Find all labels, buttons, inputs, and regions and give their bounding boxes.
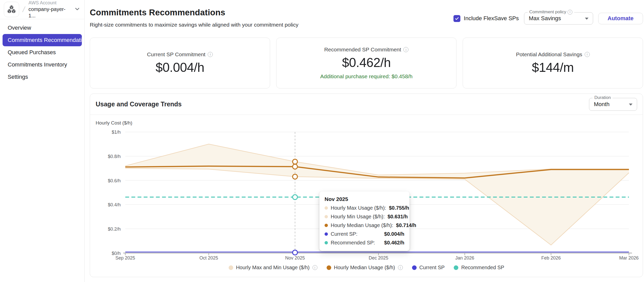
legend-item-current-sp[interactable]: Current SP: [412, 265, 445, 270]
legend-item-median-usage[interactable]: Hourly Median Usage ($/h) i: [327, 265, 403, 270]
chevron-down-icon[interactable]: [74, 5, 81, 14]
y-tick-labels: $0/h$0.2/h$0.4/h$0.6/h$0.8/h$1/h: [108, 130, 121, 256]
series-dot: [325, 232, 328, 236]
account-info: AWS Account company-payer-1...: [28, 0, 71, 19]
aws-organizations-icon: [4, 2, 19, 17]
y-tick-label: $1/h: [112, 130, 121, 135]
x-tick-label: Dec 2025: [369, 255, 388, 261]
card-recommended-sp-commitment: Recommended SP Commitment i $0.462/h Add…: [276, 38, 457, 88]
card-value: $144/m: [532, 60, 574, 75]
marker-max: [293, 159, 297, 164]
page-title: Commitments Recommendations: [90, 8, 298, 17]
account-name: company-payer-1...: [28, 6, 71, 19]
duration-label: Duration: [593, 95, 613, 100]
tooltip-row: Hourly Max Usage ($/h): $0.755/h: [325, 205, 404, 211]
marker-min: [293, 174, 297, 179]
legend-dot: [454, 265, 458, 270]
duration-select[interactable]: Duration Month: [589, 98, 637, 111]
chart-tooltip: Nov 2025 Hourly Max Usage ($/h): $0.755/…: [319, 191, 409, 251]
tooltip-row: Recommended SP: $0.462/h: [325, 240, 404, 246]
page-header: Commitments Recommendations Right-size c…: [90, 4, 643, 28]
tooltip-title: Nov 2025: [325, 196, 404, 202]
breadcrumb-separator: /: [21, 5, 26, 14]
usage-coverage-trends-card: Usage and Coverage Trends Duration Month…: [90, 94, 643, 277]
card-value: $0.462/h: [342, 55, 391, 70]
x-tick-label: Sep 2025: [115, 255, 135, 261]
info-icon[interactable]: i: [585, 52, 590, 57]
series-dot: [325, 206, 328, 210]
page-subtitle: Right-size commitments to maximize savin…: [90, 22, 298, 28]
commitment-policy-select[interactable]: Commitment policy i Max Savings: [524, 12, 593, 25]
card-label: Potential Additional Savings i: [516, 51, 590, 58]
info-icon[interactable]: i: [398, 265, 403, 270]
series-dot: [325, 241, 328, 244]
account-type-label: AWS Account: [28, 0, 71, 6]
x-tick-labels: Sep 2025Oct 2025Nov 2025Dec 2025Jan 2026…: [115, 255, 639, 261]
marker-recommended-sp: [293, 195, 297, 199]
header-controls: Include FlexSave SPs Commitment policy i…: [453, 12, 643, 25]
x-tick-label: Jan 2026: [455, 255, 474, 261]
card-note: Additional purchase required: $0.458/h: [320, 73, 413, 80]
x-tick-label: Mar 2026: [619, 255, 639, 261]
chart-card-header: Usage and Coverage Trends Duration Month: [90, 94, 643, 115]
include-flexsave-label: Include FlexSave SPs: [464, 15, 519, 22]
page-header-text: Commitments Recommendations Right-size c…: [90, 4, 298, 28]
info-icon[interactable]: i: [403, 47, 408, 52]
y-axis-title: Hourly Cost ($/h): [96, 120, 132, 126]
sidebar-item-settings[interactable]: Settings: [3, 71, 82, 83]
automate-button[interactable]: Automate: [598, 13, 643, 24]
legend-dot: [412, 265, 417, 270]
sidebar-item-queued-purchases[interactable]: Queued Purchases: [3, 46, 82, 59]
legend-dot: [327, 265, 331, 270]
account-selector[interactable]: / AWS Account company-payer-1...: [0, 0, 84, 19]
series-dot: [325, 215, 328, 218]
card-current-sp-commitment: Current SP Commitment i $0.004/h: [90, 38, 270, 88]
tooltip-row: Hourly Min Usage ($/h): $0.631/h: [325, 214, 404, 220]
stat-cards-row: Current SP Commitment i $0.004/h Recomme…: [90, 38, 643, 88]
x-tick-label: Feb 2026: [541, 255, 561, 261]
dropdown-caret-icon: [629, 104, 632, 106]
info-icon[interactable]: i: [313, 265, 317, 270]
sidebar-item-commitments-recommendations[interactable]: Commitments Recommendati...: [3, 34, 82, 46]
commitment-policy-label: Commitment policy i: [528, 9, 574, 15]
y-tick-label: $0.2/h: [108, 227, 121, 232]
card-potential-additional-savings: Potential Additional Savings i $144/m: [463, 38, 643, 88]
x-tick-label: Oct 2025: [199, 255, 218, 261]
series-dot: [325, 224, 328, 227]
chart-title: Usage and Coverage Trends: [96, 100, 182, 108]
app-root: / AWS Account company-payer-1... Overvie…: [0, 0, 644, 282]
legend-item-recommended-sp[interactable]: Recommended SP: [454, 265, 504, 270]
include-flexsave-checkbox-wrap[interactable]: Include FlexSave SPs: [453, 15, 519, 22]
tooltip-row: Current SP: $0.004/h: [325, 231, 404, 237]
card-label: Recommended SP Commitment i: [324, 47, 409, 53]
y-tick-label: $0.8/h: [108, 154, 121, 159]
y-tick-label: $0.4/h: [108, 202, 121, 207]
sidebar-item-overview[interactable]: Overview: [3, 22, 82, 34]
marker-current-sp: [293, 250, 297, 255]
info-icon[interactable]: i: [208, 52, 213, 57]
sidebar-nav: Overview Commitments Recommendati... Que…: [0, 19, 84, 83]
card-label: Current SP Commitment i: [147, 51, 213, 58]
include-flexsave-checkbox[interactable]: [453, 15, 460, 22]
legend-item-max-min-usage[interactable]: Hourly Max and Min Usage ($/h) i: [229, 265, 317, 270]
sidebar-item-commitments-inventory[interactable]: Commitments Inventory: [3, 59, 82, 71]
chart-body: Hourly Cost ($/h) $0/h$0.2/h$0.4/h$0.6/h…: [90, 115, 643, 270]
x-axis: [123, 252, 632, 255]
chart-legend: Hourly Max and Min Usage ($/h) i Hourly …: [90, 265, 643, 270]
card-value: $0.004/h: [156, 60, 204, 75]
x-tick-label: Nov 2025: [285, 255, 305, 261]
sidebar: / AWS Account company-payer-1... Overvie…: [0, 0, 85, 282]
tooltip-row: Hourly Median Usage ($/h): $0.714/h: [325, 222, 404, 228]
y-tick-label: $0.6/h: [108, 178, 121, 183]
legend-dot: [229, 265, 233, 270]
duration-value: Month: [594, 101, 609, 108]
dropdown-caret-icon: [585, 18, 589, 20]
info-icon[interactable]: i: [568, 10, 572, 15]
main-content: Commitments Recommendations Right-size c…: [85, 0, 644, 282]
marker-median: [293, 164, 297, 169]
commitment-policy-value: Max Savings: [529, 15, 561, 22]
